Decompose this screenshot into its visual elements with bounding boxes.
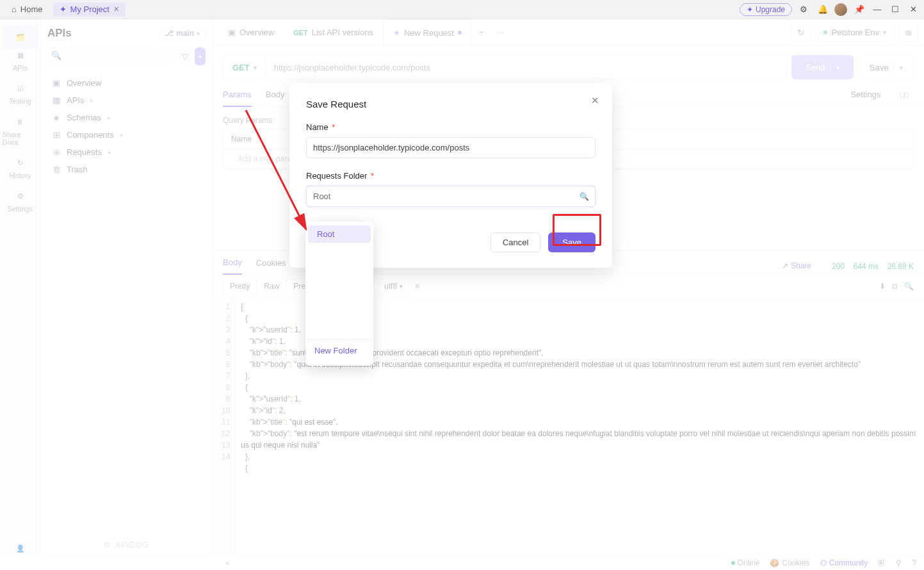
plus-icon: + [198,52,203,61]
avatar[interactable] [834,3,847,16]
cancel-button[interactable]: Cancel [490,232,540,252]
window-minimize-icon[interactable]: — [871,4,883,14]
encoding-selector[interactable]: utf8▾ [378,279,409,294]
gear-icon: ⚙ [14,190,27,202]
tree-apis[interactable]: ▦APIs▸ [47,92,206,109]
left-nav: 🗂️ ▦ APIs ☑ Testing 🗎 Share Docs ↻ Histo… [0,19,41,570]
name-label: Name * [306,122,596,132]
save-label: Save [870,63,889,72]
chevron-right-icon: ▸ [108,114,111,121]
upgrade-button[interactable]: ✦ Upgrade [740,3,792,16]
modal-save-button[interactable]: Save [548,232,596,252]
nav-settings[interactable]: ⚙ Settings [3,184,38,218]
reload-icon: ↻ [797,28,804,37]
response-size: 26.88 K [888,262,914,271]
tree-apis-label: APIs [67,95,84,105]
new-folder-button[interactable]: New Folder [305,339,373,362]
menu-button[interactable]: ≣ [898,23,918,42]
chevron-down-icon: ▾ [883,29,886,36]
code-icon[interactable]: 〈/〉 [895,90,914,106]
add-button[interactable]: + [195,47,206,65]
folder-input[interactable] [306,186,596,207]
shield-icon: ⛨ [878,558,886,567]
reload-button[interactable]: ↻ [791,23,811,42]
components-icon: ⊞ [51,130,61,140]
nav-sharedocs[interactable]: 🗎 Share Docs [3,110,38,151]
tree-trash[interactable]: 🗑Trash [47,161,206,178]
main-tab-new-request-label: New Request [404,28,454,38]
nav-settings-label: Settings [8,205,33,213]
name-input[interactable] [306,137,596,158]
share-icon: ↗ [782,261,788,270]
nav-testing[interactable]: ☑ Testing [3,77,38,110]
folder-option-root[interactable]: Root [308,225,371,243]
window-close-icon[interactable]: ✕ [907,4,919,14]
download-icon[interactable]: ⬇ [879,282,886,291]
env-selector[interactable]: ≡ Petstore Env ▾ [816,23,893,42]
tree-schemas[interactable]: ◈Schemas▸ [47,109,206,126]
view-raw[interactable]: Raw [257,279,286,294]
copy-icon[interactable]: ⧉ [892,282,898,291]
subtab-body[interactable]: Body [266,90,285,106]
view-pretty[interactable]: Pretty [223,279,257,294]
briefcase-icon: 🗂️ [14,31,27,44]
home-icon: ⌂ [12,4,17,14]
main-tab-api[interactable]: GET List API versions [284,19,382,46]
status-community[interactable]: ⌬Community [820,558,868,567]
schema-icon: ◈ [51,113,61,122]
main-tab-new-request[interactable]: ✦ New Request [384,19,471,45]
bell-icon[interactable]: 🔔 [815,2,831,17]
layers-icon: ≡ [823,28,828,37]
add-tab-button[interactable]: + [473,28,490,37]
menu-icon: ≣ [905,28,912,37]
main-tabs: ▣ Overview GET List API versions ✦ New R… [213,19,924,46]
subtab-settings[interactable]: Settings [850,90,880,106]
resp-tab-cookies[interactable]: Cookies [256,258,286,274]
collapse-sidebar-button[interactable]: « [8,558,230,567]
response-time: 644 ms [854,262,879,271]
status-shield[interactable]: ⛨ [878,558,886,567]
tab-overflow-button[interactable]: ⋯ [492,28,508,37]
url-input[interactable] [266,63,786,72]
titlebar: ⌂ Home ✦ My Project ✕ ✦ Upgrade ⚙ 🔔 📌 — … [0,0,924,19]
tree-schemas-label: Schemas [67,113,101,122]
nav-apis[interactable]: 🗂️ [3,26,38,49]
flask-icon: ☑ [14,82,27,95]
tab-home[interactable]: ⌂ Home [5,3,49,17]
method-selector[interactable]: GET ▾ [223,56,266,79]
nav-apis-label-item[interactable]: ▦ APIs [3,49,38,77]
window-maximize-icon[interactable]: ☐ [889,4,901,14]
share-button[interactable]: ↗Share [782,261,811,270]
search-icon[interactable]: 🔍 [904,282,914,291]
main-tab-overview[interactable]: ▣ Overview [219,19,283,46]
save-button[interactable]: Save ▾ [859,55,914,79]
status-online[interactable]: Online [731,558,760,567]
main-tab-overview-label: Overview [239,28,274,37]
subtab-params[interactable]: Params [223,90,252,107]
gear-icon[interactable]: ⚙ [796,2,811,17]
api-icon: ▦ [14,49,27,61]
resp-tab-body[interactable]: Body [223,257,242,275]
cookie-icon: 🍪 [770,558,779,567]
tree-requests[interactable]: ⊕Requests▸ [47,143,206,161]
overview-icon: ▣ [228,28,236,37]
sidebar-search-input[interactable] [47,47,175,63]
status-help[interactable]: ? [912,558,916,567]
status-bug[interactable]: ⚲ [896,558,902,567]
tree-overview[interactable]: ▣Overview [47,74,206,92]
env-name: Petstore Env [832,28,879,37]
nav-history[interactable]: ↻ History [3,151,38,184]
filter-icon[interactable]: ≡ [415,282,419,291]
tab-close-icon[interactable]: ✕ [113,5,119,13]
sidebar: APIs ⎇ main ▾ 🔍 ▽ + ▣Overview ▦APIs▸ ◈Sc… [41,19,213,555]
modal-close-button[interactable]: ✕ [591,95,599,106]
send-button[interactable]: Send ▾ [791,55,853,79]
bug-icon: ⚲ [896,558,902,567]
filter-button[interactable]: ▽ [179,47,191,65]
pin-icon[interactable]: 📌 [854,4,865,14]
tree-components[interactable]: ⊞Components▸ [47,126,206,143]
nav-apis-label: APIs [13,64,28,72]
status-cookies[interactable]: 🍪Cookies [770,558,809,567]
branch-selector[interactable]: ⎇ main ▾ [159,27,206,40]
tab-project[interactable]: ✦ My Project ✕ [53,3,126,17]
